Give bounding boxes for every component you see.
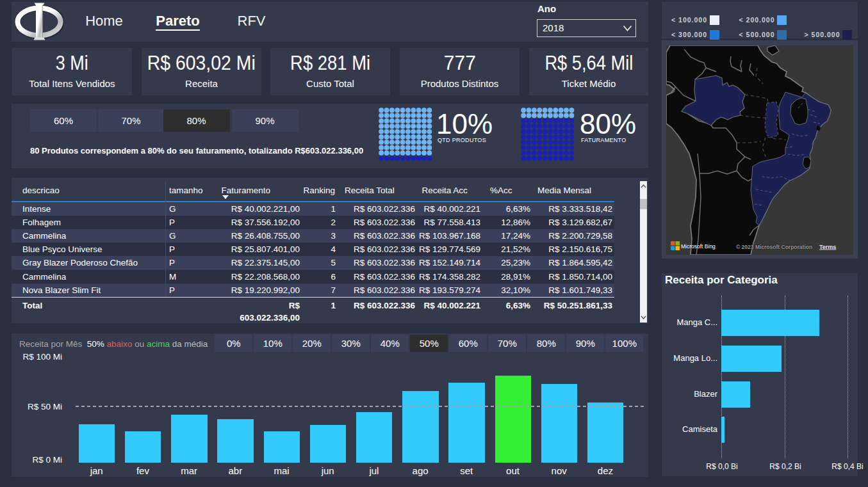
svg-text:Microsoft Bing: Microsoft Bing	[681, 243, 716, 250]
svg-text:© 2023 Microsoft Corporation: © 2023 Microsoft Corporation	[736, 244, 812, 250]
svg-text:Terms: Terms	[819, 244, 836, 250]
